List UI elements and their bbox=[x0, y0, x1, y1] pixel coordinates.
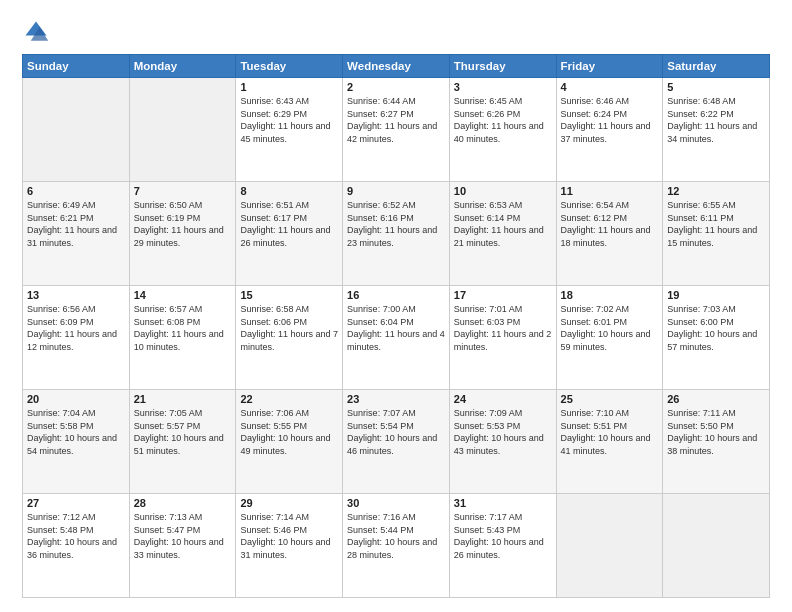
day-info: Sunrise: 6:55 AMSunset: 6:11 PMDaylight:… bbox=[667, 199, 765, 249]
day-info: Sunrise: 6:56 AMSunset: 6:09 PMDaylight:… bbox=[27, 303, 125, 353]
day-info: Sunrise: 6:43 AMSunset: 6:29 PMDaylight:… bbox=[240, 95, 338, 145]
day-number: 1 bbox=[240, 81, 338, 93]
calendar-cell bbox=[556, 494, 663, 598]
calendar-header-friday: Friday bbox=[556, 55, 663, 78]
day-number: 22 bbox=[240, 393, 338, 405]
day-number: 10 bbox=[454, 185, 552, 197]
day-number: 2 bbox=[347, 81, 445, 93]
calendar-cell: 13Sunrise: 6:56 AMSunset: 6:09 PMDayligh… bbox=[23, 286, 130, 390]
calendar-cell: 19Sunrise: 7:03 AMSunset: 6:00 PMDayligh… bbox=[663, 286, 770, 390]
calendar-cell: 31Sunrise: 7:17 AMSunset: 5:43 PMDayligh… bbox=[449, 494, 556, 598]
calendar-cell: 9Sunrise: 6:52 AMSunset: 6:16 PMDaylight… bbox=[343, 182, 450, 286]
calendar-week-row: 13Sunrise: 6:56 AMSunset: 6:09 PMDayligh… bbox=[23, 286, 770, 390]
calendar-cell: 11Sunrise: 6:54 AMSunset: 6:12 PMDayligh… bbox=[556, 182, 663, 286]
day-number: 12 bbox=[667, 185, 765, 197]
day-number: 9 bbox=[347, 185, 445, 197]
calendar-week-row: 20Sunrise: 7:04 AMSunset: 5:58 PMDayligh… bbox=[23, 390, 770, 494]
day-info: Sunrise: 6:44 AMSunset: 6:27 PMDaylight:… bbox=[347, 95, 445, 145]
day-number: 21 bbox=[134, 393, 232, 405]
day-number: 16 bbox=[347, 289, 445, 301]
calendar-cell: 3Sunrise: 6:45 AMSunset: 6:26 PMDaylight… bbox=[449, 78, 556, 182]
day-info: Sunrise: 7:09 AMSunset: 5:53 PMDaylight:… bbox=[454, 407, 552, 457]
day-info: Sunrise: 6:54 AMSunset: 6:12 PMDaylight:… bbox=[561, 199, 659, 249]
day-number: 23 bbox=[347, 393, 445, 405]
day-number: 29 bbox=[240, 497, 338, 509]
day-info: Sunrise: 7:13 AMSunset: 5:47 PMDaylight:… bbox=[134, 511, 232, 561]
calendar-cell: 29Sunrise: 7:14 AMSunset: 5:46 PMDayligh… bbox=[236, 494, 343, 598]
day-number: 5 bbox=[667, 81, 765, 93]
calendar-header-sunday: Sunday bbox=[23, 55, 130, 78]
day-info: Sunrise: 6:57 AMSunset: 6:08 PMDaylight:… bbox=[134, 303, 232, 353]
day-number: 27 bbox=[27, 497, 125, 509]
day-info: Sunrise: 7:10 AMSunset: 5:51 PMDaylight:… bbox=[561, 407, 659, 457]
calendar-week-row: 6Sunrise: 6:49 AMSunset: 6:21 PMDaylight… bbox=[23, 182, 770, 286]
calendar-cell: 30Sunrise: 7:16 AMSunset: 5:44 PMDayligh… bbox=[343, 494, 450, 598]
calendar-cell: 16Sunrise: 7:00 AMSunset: 6:04 PMDayligh… bbox=[343, 286, 450, 390]
calendar-header-row: SundayMondayTuesdayWednesdayThursdayFrid… bbox=[23, 55, 770, 78]
day-number: 3 bbox=[454, 81, 552, 93]
calendar-header-monday: Monday bbox=[129, 55, 236, 78]
day-number: 24 bbox=[454, 393, 552, 405]
day-info: Sunrise: 7:00 AMSunset: 6:04 PMDaylight:… bbox=[347, 303, 445, 353]
day-info: Sunrise: 6:58 AMSunset: 6:06 PMDaylight:… bbox=[240, 303, 338, 353]
day-info: Sunrise: 7:01 AMSunset: 6:03 PMDaylight:… bbox=[454, 303, 552, 353]
day-number: 14 bbox=[134, 289, 232, 301]
calendar-cell: 10Sunrise: 6:53 AMSunset: 6:14 PMDayligh… bbox=[449, 182, 556, 286]
day-info: Sunrise: 7:04 AMSunset: 5:58 PMDaylight:… bbox=[27, 407, 125, 457]
page: SundayMondayTuesdayWednesdayThursdayFrid… bbox=[0, 0, 792, 612]
day-info: Sunrise: 7:12 AMSunset: 5:48 PMDaylight:… bbox=[27, 511, 125, 561]
calendar-cell: 21Sunrise: 7:05 AMSunset: 5:57 PMDayligh… bbox=[129, 390, 236, 494]
calendar-cell: 2Sunrise: 6:44 AMSunset: 6:27 PMDaylight… bbox=[343, 78, 450, 182]
calendar-cell bbox=[129, 78, 236, 182]
calendar-cell: 6Sunrise: 6:49 AMSunset: 6:21 PMDaylight… bbox=[23, 182, 130, 286]
day-number: 6 bbox=[27, 185, 125, 197]
calendar-cell: 20Sunrise: 7:04 AMSunset: 5:58 PMDayligh… bbox=[23, 390, 130, 494]
day-number: 8 bbox=[240, 185, 338, 197]
day-number: 25 bbox=[561, 393, 659, 405]
calendar-cell: 12Sunrise: 6:55 AMSunset: 6:11 PMDayligh… bbox=[663, 182, 770, 286]
calendar-header-wednesday: Wednesday bbox=[343, 55, 450, 78]
day-info: Sunrise: 7:17 AMSunset: 5:43 PMDaylight:… bbox=[454, 511, 552, 561]
day-info: Sunrise: 6:49 AMSunset: 6:21 PMDaylight:… bbox=[27, 199, 125, 249]
day-number: 19 bbox=[667, 289, 765, 301]
calendar-cell: 26Sunrise: 7:11 AMSunset: 5:50 PMDayligh… bbox=[663, 390, 770, 494]
calendar-cell: 23Sunrise: 7:07 AMSunset: 5:54 PMDayligh… bbox=[343, 390, 450, 494]
day-info: Sunrise: 7:07 AMSunset: 5:54 PMDaylight:… bbox=[347, 407, 445, 457]
calendar-header-tuesday: Tuesday bbox=[236, 55, 343, 78]
calendar-cell: 27Sunrise: 7:12 AMSunset: 5:48 PMDayligh… bbox=[23, 494, 130, 598]
day-number: 11 bbox=[561, 185, 659, 197]
calendar-header-saturday: Saturday bbox=[663, 55, 770, 78]
calendar-cell: 18Sunrise: 7:02 AMSunset: 6:01 PMDayligh… bbox=[556, 286, 663, 390]
calendar-header-thursday: Thursday bbox=[449, 55, 556, 78]
header bbox=[22, 18, 770, 46]
calendar-cell: 14Sunrise: 6:57 AMSunset: 6:08 PMDayligh… bbox=[129, 286, 236, 390]
day-number: 15 bbox=[240, 289, 338, 301]
day-number: 20 bbox=[27, 393, 125, 405]
day-info: Sunrise: 7:05 AMSunset: 5:57 PMDaylight:… bbox=[134, 407, 232, 457]
calendar-cell: 1Sunrise: 6:43 AMSunset: 6:29 PMDaylight… bbox=[236, 78, 343, 182]
calendar-cell: 24Sunrise: 7:09 AMSunset: 5:53 PMDayligh… bbox=[449, 390, 556, 494]
day-info: Sunrise: 6:51 AMSunset: 6:17 PMDaylight:… bbox=[240, 199, 338, 249]
calendar-cell bbox=[23, 78, 130, 182]
day-info: Sunrise: 7:11 AMSunset: 5:50 PMDaylight:… bbox=[667, 407, 765, 457]
day-info: Sunrise: 7:06 AMSunset: 5:55 PMDaylight:… bbox=[240, 407, 338, 457]
day-number: 18 bbox=[561, 289, 659, 301]
calendar-cell: 4Sunrise: 6:46 AMSunset: 6:24 PMDaylight… bbox=[556, 78, 663, 182]
day-info: Sunrise: 6:52 AMSunset: 6:16 PMDaylight:… bbox=[347, 199, 445, 249]
calendar-week-row: 27Sunrise: 7:12 AMSunset: 5:48 PMDayligh… bbox=[23, 494, 770, 598]
day-info: Sunrise: 6:46 AMSunset: 6:24 PMDaylight:… bbox=[561, 95, 659, 145]
calendar-cell bbox=[663, 494, 770, 598]
day-info: Sunrise: 6:53 AMSunset: 6:14 PMDaylight:… bbox=[454, 199, 552, 249]
day-number: 26 bbox=[667, 393, 765, 405]
logo bbox=[22, 18, 54, 46]
day-number: 13 bbox=[27, 289, 125, 301]
day-info: Sunrise: 7:16 AMSunset: 5:44 PMDaylight:… bbox=[347, 511, 445, 561]
calendar-table: SundayMondayTuesdayWednesdayThursdayFrid… bbox=[22, 54, 770, 598]
day-number: 31 bbox=[454, 497, 552, 509]
calendar-week-row: 1Sunrise: 6:43 AMSunset: 6:29 PMDaylight… bbox=[23, 78, 770, 182]
day-info: Sunrise: 6:45 AMSunset: 6:26 PMDaylight:… bbox=[454, 95, 552, 145]
day-info: Sunrise: 7:02 AMSunset: 6:01 PMDaylight:… bbox=[561, 303, 659, 353]
calendar-cell: 5Sunrise: 6:48 AMSunset: 6:22 PMDaylight… bbox=[663, 78, 770, 182]
logo-icon bbox=[22, 18, 50, 46]
day-info: Sunrise: 6:50 AMSunset: 6:19 PMDaylight:… bbox=[134, 199, 232, 249]
